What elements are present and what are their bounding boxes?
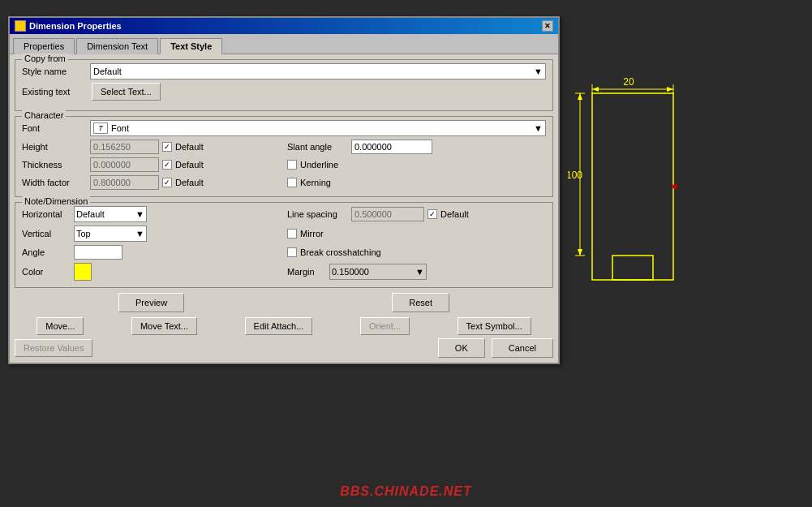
line-spacing-input[interactable]	[351, 207, 424, 221]
vertical-label: Vertical	[22, 229, 71, 238]
height-half: Height Default	[22, 140, 281, 154]
color-half: Color	[22, 263, 281, 281]
margin-dropdown[interactable]: 0.150000 ▼	[329, 264, 427, 280]
thickness-default-label: Default	[175, 160, 204, 170]
svg-marker-11	[578, 93, 582, 100]
edit-attach-button[interactable]: Edit Attach...	[245, 317, 313, 335]
color-swatch[interactable]	[74, 263, 92, 281]
color-label: Color	[22, 267, 71, 277]
svg-rect-7	[612, 256, 653, 280]
note-dimension-label: Note/Dimension	[22, 196, 90, 206]
height-default-label: Default	[175, 142, 204, 152]
font-label: Font	[22, 123, 87, 133]
dialog-titlebar: Dimension Properties ✕	[10, 18, 558, 34]
mirror-checkbox[interactable]	[287, 229, 297, 238]
thickness-input[interactable]	[90, 157, 159, 172]
thickness-underline-row: Thickness Default Underline	[22, 157, 546, 172]
break-crosshatch-label: Break crosshatching	[300, 247, 381, 257]
reset-button[interactable]: Reset	[392, 293, 449, 312]
title-left: Dimension Properties	[15, 20, 122, 32]
svg-text:20: 20	[623, 76, 634, 88]
font-dropdown[interactable]: T Font ▼	[90, 120, 546, 136]
linespacing-half: Line spacing Default	[287, 207, 546, 221]
svg-text:100: 100	[568, 170, 582, 181]
font-row: Font T Font ▼	[22, 120, 546, 136]
dialog-content: Copy from Style name Default ▼ Existing …	[10, 54, 558, 363]
copy-from-group: Copy from Style name Default ▼ Existing …	[15, 59, 553, 111]
underline-checkbox[interactable]	[287, 160, 297, 170]
kerning-checkbox[interactable]	[287, 178, 297, 187]
style-name-row: Style name Default ▼	[22, 63, 546, 79]
width-label: Width factor	[22, 178, 87, 187]
svg-rect-6	[592, 93, 673, 280]
height-slant-row: Height Default Slant angle	[22, 140, 546, 154]
existing-text-label: Existing text	[22, 87, 87, 97]
dimension-properties-dialog: Dimension Properties ✕ Properties Dimens…	[8, 16, 560, 364]
cancel-button[interactable]: Cancel	[492, 338, 553, 358]
restore-values-button[interactable]: Restore Values	[15, 339, 92, 357]
bottom-banner: BBS.CHINADE.NET	[340, 484, 472, 499]
vertical-half: Vertical Top ▼	[22, 226, 281, 242]
tab-properties[interactable]: Properties	[13, 38, 75, 54]
mirror-label: Mirror	[300, 229, 324, 238]
thickness-default-checkbox[interactable]	[162, 160, 172, 170]
kerning-label: Kerning	[300, 178, 331, 187]
move-text-button[interactable]: Move Text...	[131, 317, 197, 335]
existing-text-row: Existing text Select Text...	[22, 83, 546, 101]
color-margin-row: Color Margin 0.150000 ▼	[22, 263, 546, 281]
close-button[interactable]: ✕	[542, 20, 553, 32]
cad-drawing: 20 100	[568, 49, 787, 357]
dialog-title: Dimension Properties	[29, 21, 122, 31]
vertical-dropdown[interactable]: Top ▼	[74, 226, 147, 242]
svg-marker-4	[667, 87, 673, 92]
line-spacing-label: Line spacing	[287, 209, 348, 219]
thickness-label: Thickness	[22, 160, 87, 170]
svg-marker-12	[578, 249, 582, 256]
margin-label: Margin	[287, 267, 326, 277]
break-crosshatch-checkbox[interactable]	[287, 247, 297, 257]
angle-half: Angle	[22, 245, 281, 260]
underline-label: Underline	[300, 160, 338, 170]
height-input[interactable]	[90, 140, 159, 154]
font-icon: T	[93, 122, 108, 134]
copy-from-label: Copy from	[22, 54, 68, 63]
width-kerning-row: Width factor Default Kerning	[22, 175, 546, 190]
move-button[interactable]: Move...	[37, 317, 84, 335]
width-default-checkbox[interactable]	[162, 178, 172, 187]
orient-button[interactable]: Orient...	[360, 317, 410, 335]
angle-input[interactable]	[74, 245, 122, 260]
line-spacing-default-checkbox[interactable]	[427, 209, 437, 219]
tab-text-style[interactable]: Text Style	[160, 38, 222, 54]
mirror-half: Mirror	[287, 229, 546, 238]
slant-label: Slant angle	[287, 142, 348, 152]
style-name-dropdown[interactable]: Default ▼	[90, 63, 546, 79]
tab-dimension-text[interactable]: Dimension Text	[76, 38, 158, 54]
character-group: Character Font T Font ▼ Height	[15, 116, 553, 197]
horizontal-half: Horizontal Default ▼	[22, 206, 281, 222]
style-name-label: Style name	[22, 67, 87, 76]
underline-half: Underline	[287, 160, 546, 170]
thickness-half: Thickness Default	[22, 157, 281, 172]
title-icon	[15, 20, 26, 32]
width-half: Width factor Default	[22, 175, 281, 190]
preview-reset-row: Preview Reset	[15, 293, 553, 312]
horizontal-dropdown[interactable]: Default ▼	[74, 206, 147, 222]
width-input[interactable]	[90, 175, 159, 190]
character-label: Character	[22, 110, 66, 120]
kerning-half: Kerning	[287, 178, 546, 187]
slant-half: Slant angle	[287, 140, 546, 154]
height-default-checkbox[interactable]	[162, 142, 172, 152]
svg-point-14	[672, 184, 677, 189]
height-label: Height	[22, 142, 87, 152]
angle-label: Angle	[22, 247, 71, 257]
width-default-label: Default	[175, 178, 204, 187]
ok-button[interactable]: OK	[438, 338, 485, 358]
margin-half: Margin 0.150000 ▼	[287, 264, 546, 280]
svg-marker-3	[592, 87, 599, 92]
text-symbol-button[interactable]: Text Symbol...	[458, 317, 531, 335]
horiz-linespacing-row: Horizontal Default ▼ Line spacing Defaul…	[22, 206, 546, 222]
select-text-button[interactable]: Select Text...	[92, 83, 161, 101]
preview-button[interactable]: Preview	[118, 293, 184, 312]
horizontal-label: Horizontal	[22, 209, 71, 219]
slant-input[interactable]	[351, 140, 432, 154]
